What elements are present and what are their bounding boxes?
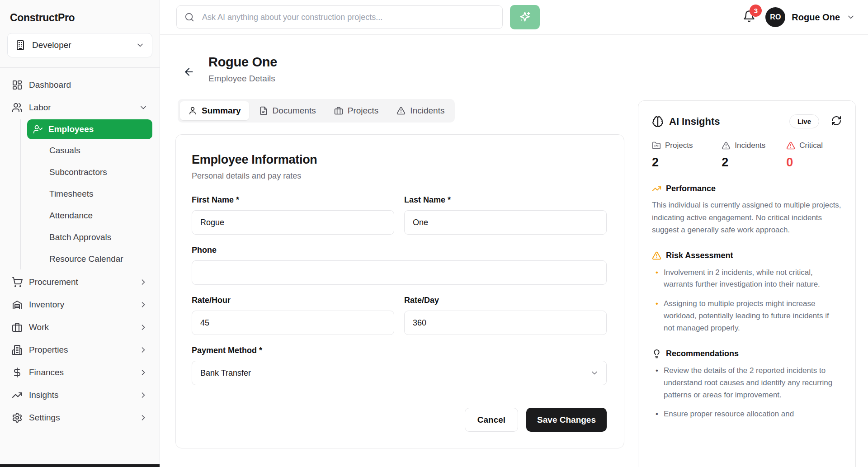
sparkles-icon [519,11,531,24]
risk-assessment-section: Risk Assessment Involvement in 2 inciden… [652,251,842,335]
sidebar-item-procurement[interactable]: Procurement [7,271,152,293]
sidebar-item-insights[interactable]: Insights [7,384,152,406]
sidebar-item-properties[interactable]: Properties [7,339,152,361]
sidebar-item-label: Inventory [29,300,64,310]
notification-badge: 3 [750,5,762,17]
building-2-icon [12,344,23,355]
briefcase-icon [12,322,23,333]
sidebar-item-label: Procurement [29,277,78,287]
sidebar-item-dashboard[interactable]: Dashboard [7,74,152,96]
search-icon [184,12,194,22]
recommendation-bullet: Review the details of the 2 reported inc… [652,365,842,401]
org-selector[interactable]: Developer [7,33,152,57]
rate-day-field[interactable] [404,311,607,335]
cancel-button[interactable]: Cancel [465,408,518,432]
chevron-right-icon [139,278,148,287]
sidebar-item-resource-calendar[interactable]: Resource Calendar [27,249,152,269]
tab-incidents[interactable]: Incidents [388,101,453,120]
stat-incidents: Incidents 2 [722,141,786,170]
chevron-right-icon [139,391,148,400]
stat-value: 2 [652,156,722,170]
performance-text: This individual is currently assigned to… [652,199,842,236]
rate-hour-label: Rate/Hour [192,296,394,305]
phone-field-group: Phone [192,245,607,285]
dashboard-icon [12,80,23,90]
risk-bullet: Involvement in 2 incidents, while not cr… [652,267,842,291]
payment-method-select[interactable]: Bank Transfer [192,361,607,385]
sidebar-item-labor[interactable]: Labor [7,97,152,118]
page-header: Rogue One Employee Details [183,55,638,84]
topbar-right: 3 RO Rogue One [743,7,855,27]
payment-method-value: Bank Transfer [200,368,251,378]
user-menu[interactable]: RO Rogue One [765,7,855,27]
first-name-field[interactable] [192,210,394,235]
stat-label: Critical [799,141,823,150]
tab-documents[interactable]: Documents [251,101,324,120]
user-icon [188,106,197,115]
employee-form: First Name * Last Name * Phone Ra [192,195,607,396]
chevron-right-icon [139,413,148,422]
sidebar-divider [0,67,160,68]
sidebar-item-inventory[interactable]: Inventory [7,294,152,316]
back-button[interactable] [183,61,195,84]
tab-label: Incidents [410,106,444,116]
tab-label: Summary [202,106,241,116]
sidebar-item-batch-approvals[interactable]: Batch Approvals [27,227,152,248]
content-left: Rogue One Employee Details Summary [160,35,638,467]
search-input[interactable] [176,5,503,29]
sidebar-item-timesheets[interactable]: Timesheets [27,184,152,204]
page-header-text: Rogue One Employee Details [208,55,277,84]
sidebar-item-employees[interactable]: Employees [27,119,152,139]
alert-triangle-icon [722,141,731,150]
tab-summary[interactable]: Summary [180,101,249,120]
rate-day-label: Rate/Day [404,296,607,305]
building-icon [15,40,26,51]
recommendations-title: Recommendations [666,349,739,359]
stat-label: Projects [665,141,693,150]
rate-day-field-group: Rate/Day [404,296,607,335]
refresh-button[interactable] [831,115,842,127]
avatar: RO [765,7,785,27]
chevron-down-icon [846,13,855,22]
tab-projects[interactable]: Projects [326,101,387,120]
shopping-cart-icon [12,277,23,288]
user-name: Rogue One [792,12,840,23]
sidebar-item-work[interactable]: Work [7,316,152,338]
sidebar: ConstructPro Developer Dashboard Labor [0,0,160,467]
stat-value: 2 [722,156,786,170]
sidebar-item-casuals[interactable]: Casuals [27,140,152,161]
rate-hour-field[interactable] [192,311,394,335]
brain-icon [652,116,664,127]
sidebar-item-label: Finances [29,368,64,377]
recommendation-bullet: Ensure proper resource allocation and [652,408,842,420]
warehouse-icon [12,299,23,310]
phone-field[interactable] [192,260,607,285]
risk-bullets: Involvement in 2 incidents, while not cr… [652,267,842,335]
sidebar-item-label: Employees [48,124,94,134]
ai-assistant-button[interactable] [510,5,540,29]
payment-method-field-group: Payment Method * Bank Transfer [192,346,607,385]
phone-label: Phone [192,245,607,255]
employee-information-card: Employee Information Personal details an… [175,134,624,448]
stat-critical: Critical 0 [786,141,842,170]
card-subtitle: Personal details and pay rates [192,171,607,181]
dollar-sign-icon [12,367,23,378]
insights-stats: Projects 2 Incidents 2 [652,141,842,170]
sidebar-item-label: Insights [29,390,58,400]
chevron-right-icon [139,323,148,332]
payment-method-label: Payment Method * [192,346,607,355]
sidebar-item-settings[interactable]: Settings [7,407,152,429]
labor-submenu: Employees Casuals Subcontractors Timeshe… [20,119,152,269]
chevron-right-icon [139,345,148,354]
sidebar-item-finances[interactable]: Finances [7,362,152,383]
sidebar-item-attendance[interactable]: Attendance [27,205,152,226]
recommendations-section: Recommendations Review the details of th… [652,349,842,420]
briefcase-icon [334,106,343,115]
page-subtitle: Employee Details [208,74,277,84]
save-changes-button[interactable]: Save Changes [526,408,607,432]
sidebar-item-subcontractors[interactable]: Subcontractors [27,162,152,183]
folder-kanban-icon [652,141,661,150]
last-name-field[interactable] [404,210,607,235]
stat-label: Incidents [735,141,765,150]
notifications-button[interactable]: 3 [743,10,755,24]
